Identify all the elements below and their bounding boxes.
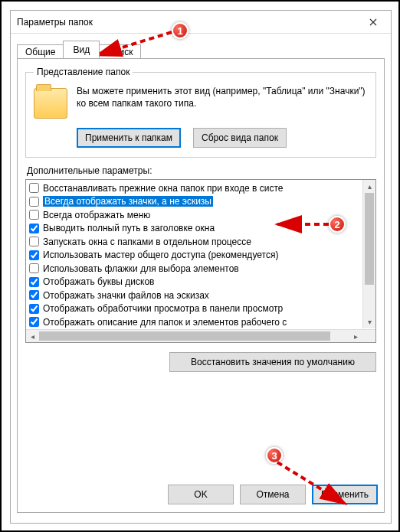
list-item-checkbox[interactable] bbox=[29, 197, 39, 207]
list-item-checkbox[interactable] bbox=[29, 237, 39, 246]
ok-button[interactable]: OK bbox=[168, 485, 234, 504]
list-item-label: Использовать флажки для выбора элементов bbox=[43, 263, 239, 274]
tab-search[interactable]: Поиск bbox=[99, 44, 141, 59]
list-item[interactable]: Отображать описание для папок и элементо… bbox=[28, 315, 360, 328]
list-item[interactable]: Использовать мастер общего доступа (реко… bbox=[28, 249, 360, 263]
apply-to-folders-button[interactable]: Применить к папкам bbox=[77, 128, 181, 148]
list-item[interactable]: Всегда отображать значки, а не эскизы bbox=[28, 195, 360, 209]
list-item-label: Отображать буквы дисков bbox=[43, 276, 154, 287]
advanced-listbox[interactable]: Восстанавливать прежние окна папок при в… bbox=[25, 179, 376, 343]
list-item-label: Всегда отображать значки, а не эскизы bbox=[43, 196, 213, 207]
dialog-button-row: OK Отмена Применить bbox=[168, 485, 378, 504]
cancel-button[interactable]: Отмена bbox=[240, 485, 306, 504]
list-item-label: Отображать значки файлов на эскизах bbox=[43, 290, 209, 301]
folder-icon bbox=[34, 88, 67, 119]
list-item-label: Выводить полный путь в заголовке окна bbox=[43, 223, 215, 233]
list-item-checkbox[interactable] bbox=[29, 210, 39, 220]
list-item-checkbox[interactable] bbox=[29, 317, 39, 327]
tab-panel-view: Представление папок Вы можете применить … bbox=[17, 58, 385, 513]
folder-views-group: Представление папок Вы можете применить … bbox=[25, 67, 376, 158]
list-item[interactable]: Всегда отображать меню bbox=[28, 208, 360, 222]
close-button[interactable] bbox=[356, 11, 391, 34]
tab-strip: Общие Вид Поиск bbox=[11, 38, 391, 58]
folder-views-legend: Представление папок bbox=[34, 67, 133, 77]
h-scroll-thumb[interactable] bbox=[39, 331, 330, 341]
scroll-left-arrow-icon[interactable]: ◂ bbox=[26, 330, 39, 343]
list-item-checkbox[interactable] bbox=[29, 250, 39, 260]
list-item-checkbox[interactable] bbox=[29, 263, 39, 273]
scroll-up-arrow-icon[interactable]: ▴ bbox=[363, 180, 376, 193]
horizontal-scrollbar[interactable]: ◂ ▸ bbox=[26, 329, 375, 342]
scroll-corner bbox=[362, 330, 375, 343]
list-item[interactable]: Восстанавливать прежние окна папок при в… bbox=[28, 181, 360, 195]
folder-options-dialog: Параметры папок Общие Вид Поиск Представ… bbox=[10, 10, 392, 524]
list-item-label: Всегда отображать меню bbox=[43, 210, 150, 220]
apply-button[interactable]: Применить bbox=[312, 485, 378, 504]
list-item-checkbox[interactable] bbox=[29, 224, 39, 233]
advanced-label: Дополнительные параметры: bbox=[27, 165, 376, 176]
list-item-label: Использовать мастер общего доступа (реко… bbox=[43, 250, 278, 260]
list-item-label: Отображать обработчики просмотра в панел… bbox=[43, 303, 283, 314]
v-scroll-thumb[interactable] bbox=[365, 193, 374, 285]
list-item-checkbox[interactable] bbox=[29, 277, 39, 287]
list-item-checkbox[interactable] bbox=[29, 304, 39, 314]
folder-views-text: Вы можете применить этот вид (например, … bbox=[77, 85, 368, 109]
list-item-checkbox[interactable] bbox=[29, 183, 39, 193]
list-item[interactable]: Запускать окна с папками в отдельном про… bbox=[28, 235, 360, 249]
scroll-down-arrow-icon[interactable]: ▾ bbox=[363, 315, 376, 328]
list-item[interactable]: Отображать обработчики просмотра в панел… bbox=[28, 302, 360, 316]
list-item[interactable]: Отображать буквы дисков bbox=[28, 276, 360, 289]
list-item-label: Запускать окна с папками в отдельном про… bbox=[43, 237, 251, 247]
reset-folders-button[interactable]: Сброс вида папок bbox=[193, 128, 287, 148]
list-item[interactable]: Использовать флажки для выбора элементов bbox=[28, 262, 360, 276]
list-item-checkbox[interactable] bbox=[29, 290, 39, 300]
title-bar: Параметры папок bbox=[11, 11, 391, 34]
list-item[interactable]: Выводить полный путь в заголовке окна bbox=[28, 222, 360, 236]
tab-view[interactable]: Вид bbox=[63, 41, 100, 58]
list-item[interactable]: Отображать значки файлов на эскизах bbox=[28, 289, 360, 302]
restore-defaults-button[interactable]: Восстановить значения по умолчанию bbox=[169, 352, 376, 372]
scroll-right-arrow-icon[interactable]: ▸ bbox=[349, 330, 362, 343]
list-item-label: Восстанавливать прежние окна папок при в… bbox=[43, 183, 283, 194]
window-title: Параметры папок bbox=[11, 17, 93, 28]
tab-general[interactable]: Общие bbox=[17, 44, 64, 59]
vertical-scrollbar[interactable]: ▴ ▾ bbox=[362, 180, 375, 328]
list-item-label: Отображать описание для папок и элементо… bbox=[43, 317, 287, 328]
